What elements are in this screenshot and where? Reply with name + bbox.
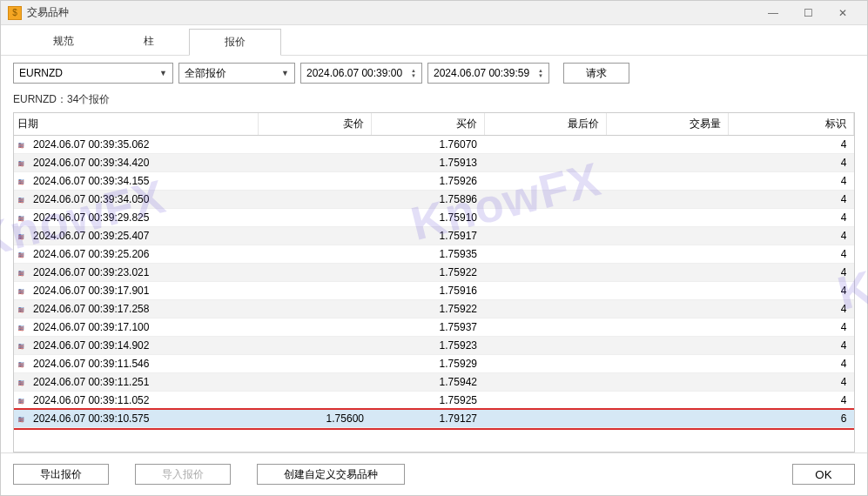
- col-buy[interactable]: 买价: [371, 113, 484, 136]
- cell: [606, 245, 728, 264]
- cell: 4: [728, 191, 854, 209]
- cell: 4: [728, 392, 854, 410]
- cell: 4: [728, 245, 854, 264]
- app-icon: $: [8, 6, 22, 20]
- table-row[interactable]: 2024.06.07 00:39:34.1551.759264: [14, 172, 854, 191]
- cell: 1.75922: [371, 300, 484, 318]
- cell: 2024.06.07 00:39:10.575: [14, 410, 258, 428]
- quote-table: 日期 卖价 买价 最后价 交易量 标识 2024.06.07 00:39:35.…: [13, 112, 855, 452]
- wave-icon: [17, 250, 30, 259]
- cell: 1.75925: [371, 392, 484, 410]
- table-header-row: 日期 卖价 买价 最后价 交易量 标识: [14, 113, 854, 136]
- ok-button[interactable]: OK: [792, 464, 855, 485]
- col-last[interactable]: 最后价: [484, 113, 606, 136]
- create-custom-button[interactable]: 创建自定义交易品种: [257, 464, 405, 485]
- table-row[interactable]: 2024.06.07 00:39:11.2511.759424: [14, 373, 854, 392]
- table-row[interactable]: 2024.06.07 00:39:34.0501.758964: [14, 191, 854, 209]
- cell: [606, 392, 728, 410]
- wave-icon: [17, 378, 30, 387]
- close-button[interactable]: ✕: [825, 3, 860, 23]
- cell: [258, 282, 371, 300]
- chevron-down-icon: ▼: [159, 69, 167, 77]
- cell: [484, 172, 606, 191]
- request-button[interactable]: 请求: [563, 63, 629, 84]
- table-row[interactable]: 2024.06.07 00:39:11.5461.759294: [14, 355, 854, 373]
- cell: [258, 191, 371, 209]
- cell: [606, 154, 728, 172]
- cell: [606, 410, 728, 428]
- cell: [484, 318, 606, 337]
- cell: 1.75942: [371, 373, 484, 392]
- cell: 2024.06.07 00:39:14.902: [14, 337, 258, 355]
- col-sell[interactable]: 卖价: [258, 113, 371, 136]
- cell: 1.75935: [371, 245, 484, 264]
- table-row[interactable]: 2024.06.07 00:39:11.0521.759254: [14, 392, 854, 410]
- footer: 导出报价 导入报价 创建自定义交易品种 OK: [1, 452, 867, 495]
- import-button[interactable]: 导入报价: [135, 464, 231, 485]
- tab-bars[interactable]: 柱: [109, 29, 189, 55]
- cell: [258, 300, 371, 318]
- tab-spec[interactable]: 规范: [18, 29, 109, 55]
- cell: 2024.06.07 00:39:35.062: [14, 136, 258, 154]
- cell: [258, 209, 371, 227]
- cell: 2024.06.07 00:39:17.258: [14, 300, 258, 318]
- table-row[interactable]: 2024.06.07 00:39:17.2581.759224: [14, 300, 854, 318]
- cell: 1.75896: [371, 191, 484, 209]
- cell: 1.79127: [371, 410, 484, 428]
- maximize-button[interactable]: ☐: [791, 3, 825, 23]
- table-row[interactable]: 2024.06.07 00:39:29.8251.759104: [14, 209, 854, 227]
- minimize-button[interactable]: —: [756, 3, 791, 23]
- cell: [606, 136, 728, 154]
- cell: 4: [728, 337, 854, 355]
- to-datetime-input[interactable]: 2024.06.07 00:39:59 ▲▼: [427, 63, 549, 84]
- tab-bar: 规范 柱 报价: [1, 25, 867, 56]
- symbol-dropdown[interactable]: EURNZD ▼: [13, 63, 173, 84]
- quote-type-value: 全部报价: [185, 66, 226, 81]
- wave-icon: [17, 286, 30, 296]
- cell: 4: [728, 355, 854, 373]
- quote-type-dropdown[interactable]: 全部报价 ▼: [178, 63, 295, 84]
- cell: [606, 172, 728, 191]
- cell: [606, 300, 728, 318]
- wave-icon: [17, 177, 30, 186]
- cell: 1.75600: [258, 410, 371, 428]
- cell: 1.75923: [371, 337, 484, 355]
- cell: [484, 264, 606, 282]
- tab-quotes[interactable]: 报价: [189, 29, 281, 56]
- export-button[interactable]: 导出报价: [13, 464, 109, 485]
- cell: 6: [728, 410, 854, 428]
- cell: 4: [728, 209, 854, 227]
- window-title: 交易品种: [27, 5, 69, 20]
- cell: 4: [728, 172, 854, 191]
- cell: [258, 355, 371, 373]
- cell: [484, 300, 606, 318]
- cell: 1.75937: [371, 318, 484, 337]
- cell: 4: [728, 264, 854, 282]
- cell: 1.75917: [371, 227, 484, 245]
- cell: [606, 318, 728, 337]
- table-row[interactable]: 2024.06.07 00:39:17.1001.759374: [14, 318, 854, 337]
- table-row[interactable]: 2024.06.07 00:39:14.9021.759234: [14, 337, 854, 355]
- cell: 2024.06.07 00:39:25.407: [14, 227, 258, 245]
- table-row[interactable]: 2024.06.07 00:39:23.0211.759224: [14, 264, 854, 282]
- cell: 1.76070: [371, 136, 484, 154]
- table-row[interactable]: 2024.06.07 00:39:25.2061.759354: [14, 245, 854, 264]
- col-volume[interactable]: 交易量: [606, 113, 728, 136]
- col-date[interactable]: 日期: [14, 113, 258, 136]
- cell: [484, 337, 606, 355]
- table-row[interactable]: 2024.06.07 00:39:17.9011.759164: [14, 282, 854, 300]
- table-row[interactable]: 2024.06.07 00:39:25.4071.759174: [14, 227, 854, 245]
- table-row[interactable]: 2024.06.07 00:39:10.5751.756001.791276: [14, 410, 854, 428]
- col-flag[interactable]: 标识: [728, 113, 854, 136]
- wave-icon: [17, 231, 30, 241]
- cell: 4: [728, 227, 854, 245]
- wave-icon: [17, 195, 30, 204]
- cell: [484, 154, 606, 172]
- from-datetime-input[interactable]: 2024.06.07 00:39:00 ▲▼: [300, 63, 422, 84]
- summary-label: EURNZD：34个报价: [1, 90, 867, 112]
- table-row[interactable]: 2024.06.07 00:39:35.0621.760704: [14, 136, 854, 154]
- table-row[interactable]: 2024.06.07 00:39:34.4201.759134: [14, 154, 854, 172]
- spinner-icon: ▲▼: [411, 68, 416, 78]
- cell: [484, 392, 606, 410]
- wave-icon: [17, 396, 30, 406]
